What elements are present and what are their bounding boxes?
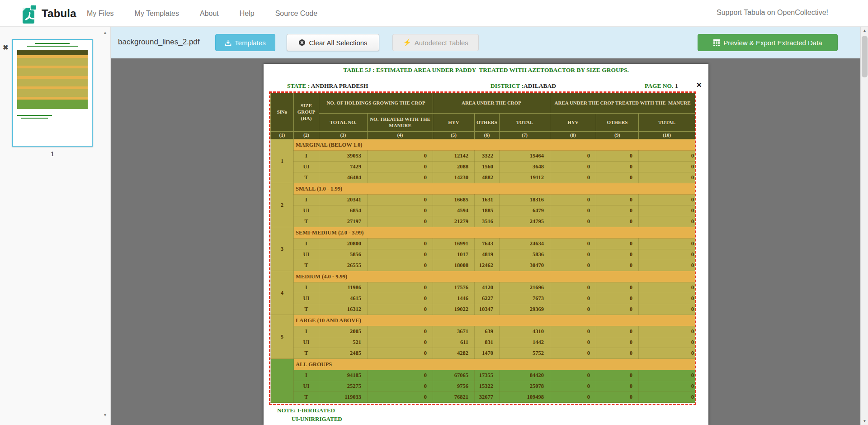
thumbnail-table-preview <box>17 50 88 110</box>
templates-button[interactable]: Templates <box>215 34 275 51</box>
pdf-viewer-area: TABLE 5J : ESTIMATED AREA UNDER PADDY TR… <box>111 58 860 425</box>
main-nav: My FilesMy TemplatesAboutHelpSource Code <box>87 0 317 27</box>
autodetect-tables-button[interactable]: ⚡ Autodetect Tables <box>392 34 479 51</box>
brand-title[interactable]: Tabula <box>42 7 76 20</box>
note-line-1: NOTE: I-IRRIGATED <box>277 407 342 414</box>
scrollbar-thumb[interactable] <box>862 36 868 77</box>
thumbnail-close-icon[interactable]: ✖ <box>3 43 9 52</box>
page-number-field: PAGE NO. 1 <box>645 82 678 90</box>
export-button-label: Preview & Export Extracted Data <box>723 39 822 47</box>
nav-item-about[interactable]: About <box>200 10 219 18</box>
thumbnail-note-line <box>21 118 48 119</box>
main-scrollbar[interactable]: ▲ ▼ <box>860 27 868 425</box>
brand[interactable]: Tabula <box>20 3 76 24</box>
table-grid-icon <box>713 39 720 46</box>
district-field: DISTRICT :ADILABAD <box>491 82 556 90</box>
scroll-down-icon[interactable]: ▼ <box>861 417 868 425</box>
sidebar-scroll-down-icon[interactable]: ▼ <box>103 413 107 417</box>
templates-button-label: Templates <box>235 39 265 47</box>
table-selection-overlay[interactable] <box>269 91 696 405</box>
nav-item-my-templates[interactable]: My Templates <box>135 10 179 18</box>
thumbnail-title-line <box>35 43 70 44</box>
tabula-logo-icon <box>20 3 37 24</box>
document-filename: background_lines_2.pdf <box>118 38 200 47</box>
toolbar: background_lines_2.pdf Templates Clear A… <box>111 27 860 58</box>
templates-save-icon <box>225 39 231 46</box>
autodetect-button-label: Autodetect Tables <box>415 39 468 47</box>
nav-item-source-code[interactable]: Source Code <box>275 10 317 18</box>
page-thumbnail[interactable] <box>12 39 93 147</box>
thumbnail-note-line <box>17 115 52 116</box>
support-link[interactable]: Support Tabula on OpenCollective! <box>717 9 828 17</box>
thumbnail-page-number: 1 <box>12 150 93 158</box>
selection-close-icon[interactable]: ✕ <box>696 81 702 89</box>
navbar: Tabula My FilesMy TemplatesAboutHelpSour… <box>0 0 868 27</box>
clear-button-label: Clear All Selections <box>309 39 367 47</box>
pdf-table-title: TABLE 5J : ESTIMATED AREA UNDER PADDY TR… <box>264 67 708 74</box>
nav-item-my-files[interactable]: My Files <box>87 10 114 18</box>
pdf-note: NOTE: I-IRRIGATED UI-UNIRRIGATED <box>277 407 342 423</box>
sidebar-scroll-up-icon[interactable]: ▲ <box>103 30 107 35</box>
clear-circle-x-icon <box>298 39 306 46</box>
clear-all-selections-button[interactable]: Clear All Selections <box>287 34 379 51</box>
state-field: STATE : ANDHRA PRADESH <box>287 82 368 90</box>
lightning-icon: ⚡ <box>403 38 411 47</box>
scroll-up-icon[interactable]: ▲ <box>861 27 868 34</box>
note-line-2: UI-UNIRRIGATED <box>292 415 342 423</box>
preview-export-button[interactable]: Preview & Export Extracted Data <box>698 34 838 51</box>
pdf-page[interactable]: TABLE 5J : ESTIMATED AREA UNDER PADDY TR… <box>264 64 708 425</box>
thumbnail-subtitle-line <box>27 46 77 47</box>
nav-item-help[interactable]: Help <box>240 10 255 18</box>
thumbnail-sidebar: ✖ 1 ▲ ▼ <box>0 27 111 425</box>
